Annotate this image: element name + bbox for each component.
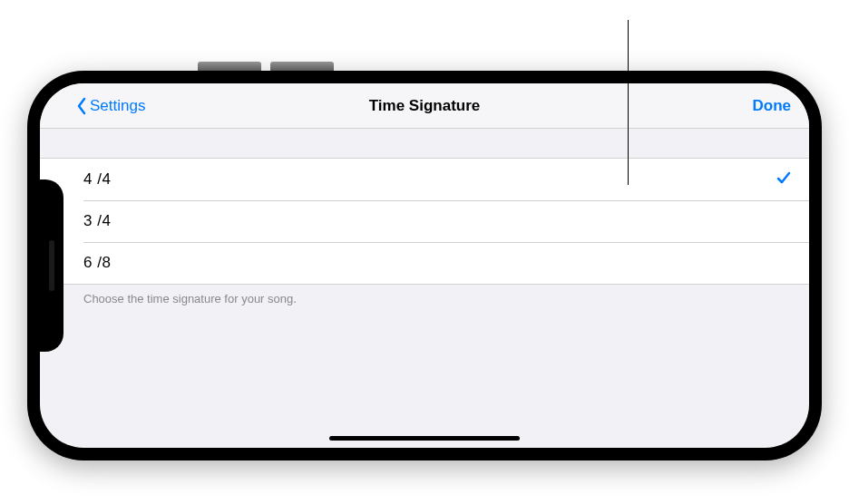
navigation-bar: Settings Time Signature Done [40,83,809,129]
back-label: Settings [90,97,145,115]
option-label: 6 /8 [83,254,791,272]
option-3-4[interactable]: 3 /4 [40,200,809,242]
option-label: 4 /4 [83,170,776,189]
time-signature-list: 4 /4 3 /4 6 /8 [40,158,809,285]
checkmark-icon [776,170,791,189]
device-speaker [49,240,54,291]
option-4-4[interactable]: 4 /4 [40,159,809,200]
section-spacer [40,129,809,158]
chevron-left-icon [76,97,87,115]
annotation-callout-line [628,20,629,185]
option-6-8[interactable]: 6 /8 [40,242,809,284]
screen: Settings Time Signature Done 4 /4 3 /4 6… [40,83,809,448]
device-volume-down [270,62,334,71]
back-button[interactable]: Settings [76,97,145,115]
option-label: 3 /4 [83,212,791,230]
page-title: Time Signature [369,97,481,115]
done-button[interactable]: Done [753,97,792,115]
home-indicator[interactable] [329,436,520,441]
phone-frame: Settings Time Signature Done 4 /4 3 /4 6… [27,71,822,460]
device-volume-up [198,62,261,71]
section-footer: Choose the time signature for your song. [40,285,809,313]
